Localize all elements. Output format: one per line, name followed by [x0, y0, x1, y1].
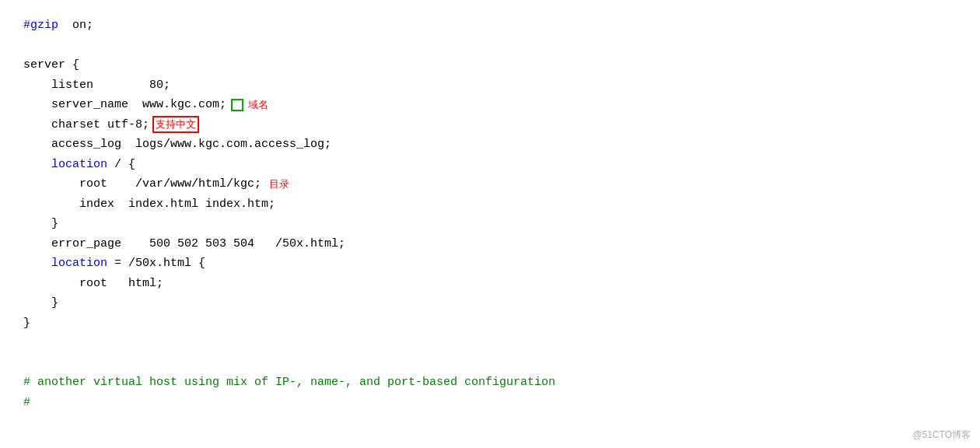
charset-line: charset utf-8; 支持中文: [23, 115, 957, 135]
server-name-line: server_name www.kgc.com; 域名: [23, 95, 957, 115]
watermark: @51CTO博客: [912, 429, 971, 442]
blank-line-2: [23, 333, 957, 353]
access-log-line: access_log logs/www.kgc.com.access_log;: [23, 135, 957, 155]
root-annotation: 目录: [269, 176, 289, 193]
server-open-line: server {: [23, 55, 957, 75]
error-page-line: error_page 500 502 503 504 /50x.html;: [23, 234, 957, 254]
blank-line-3: [23, 353, 957, 373]
server-close-line: }: [23, 313, 957, 334]
root2-line: root html;: [23, 274, 957, 294]
charset-annotation: 支持中文: [152, 116, 199, 133]
domain-annotation: 域名: [248, 96, 268, 114]
location2-open-line: location = /50x.html {: [23, 254, 957, 274]
location1-open-line: location / {: [23, 155, 957, 175]
comment2-text: #: [23, 393, 30, 413]
code-viewer: #gzip on; server { listen 80; server_nam…: [0, 0, 980, 428]
comment1-line: # another virtual host using mix of IP-,…: [23, 373, 957, 393]
listen-line: listen 80;: [23, 75, 957, 96]
domain-green-box: [231, 99, 243, 111]
index1-line: index index.html index.htm;: [23, 194, 957, 215]
gzip-keyword: #gzip: [23, 16, 58, 36]
root1-line: root /var/www/html/kgc; 目录: [23, 174, 957, 194]
location2-close-line: }: [23, 293, 957, 313]
blank-line-1: [23, 36, 957, 56]
comment1-text: # another virtual host using mix of IP-,…: [23, 373, 555, 393]
comment2-line: #: [23, 393, 957, 413]
location1-close-line: }: [23, 214, 957, 234]
gzip-line: #gzip on;: [23, 16, 957, 36]
